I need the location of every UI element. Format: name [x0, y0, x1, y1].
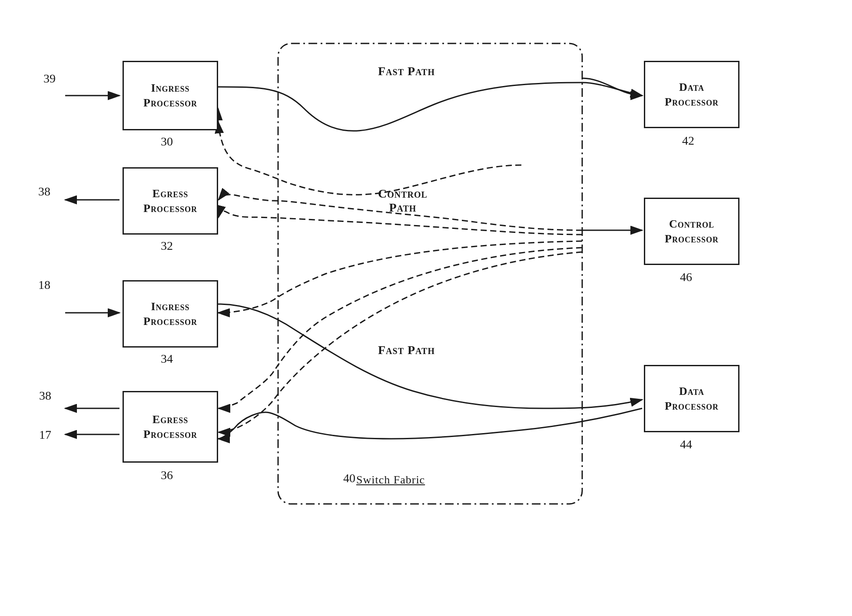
ref-44: 44	[680, 437, 692, 451]
ref-17: 17	[39, 428, 51, 442]
egress-processor-2: EgressProcessor	[123, 391, 218, 463]
ref-40: 40	[343, 471, 355, 485]
ingress1-to-data1-solid	[218, 83, 642, 131]
control-to-egress2-top	[219, 248, 582, 408]
control-processor: ControlProcessor	[644, 198, 739, 265]
ref-32: 32	[161, 239, 173, 253]
ref-30: 30	[161, 135, 173, 149]
ref-36: 36	[161, 468, 173, 482]
ingress-processor-1-label: Ingress Processor	[124, 81, 217, 110]
data-processor-2: DataProcessor	[644, 365, 739, 432]
egress-processor-1: EgressProcessor	[123, 167, 218, 235]
ref-46: 46	[680, 270, 692, 284]
ingress-processor-2: IngressProcessor	[123, 280, 218, 348]
egress-processor-1-label: EgressProcessor	[143, 186, 197, 216]
control-to-ingress2	[218, 241, 582, 313]
ingress-processor-2-label: IngressProcessor	[143, 299, 197, 329]
switch-fabric-border	[278, 43, 582, 504]
switch-fabric-label: Switch Fabric	[356, 474, 425, 487]
ref-39: 39	[43, 72, 56, 86]
data2-to-egress2-bottom	[218, 408, 642, 439]
data-processor-1: DataProcessor	[644, 61, 739, 128]
ref-38-egress1: 38	[38, 185, 50, 199]
control-path-label: ControlPath	[378, 187, 428, 215]
data-processor-2-label: DataProcessor	[665, 384, 719, 414]
control-to-egress2-bottom	[219, 252, 582, 432]
ref-34: 34	[161, 352, 173, 366]
ref-38-egress2: 38	[39, 389, 51, 403]
ref-18: 18	[38, 278, 50, 292]
diagram-container: Ingress Processor 30 EgressProcessor 32 …	[0, 0, 852, 616]
control-processor-label: ControlProcessor	[665, 217, 719, 246]
fast-path-bottom-label: Fast Path	[378, 343, 435, 357]
egress-processor-2-label: EgressProcessor	[143, 412, 197, 442]
feedback-dashed-to-ingress1	[218, 122, 521, 195]
fast-path-top-label: Fast Path	[378, 64, 435, 78]
data-processor-1-label: DataProcessor	[665, 80, 719, 109]
ingress-processor-1: Ingress Processor	[123, 61, 218, 130]
ref-42: 42	[682, 134, 694, 148]
